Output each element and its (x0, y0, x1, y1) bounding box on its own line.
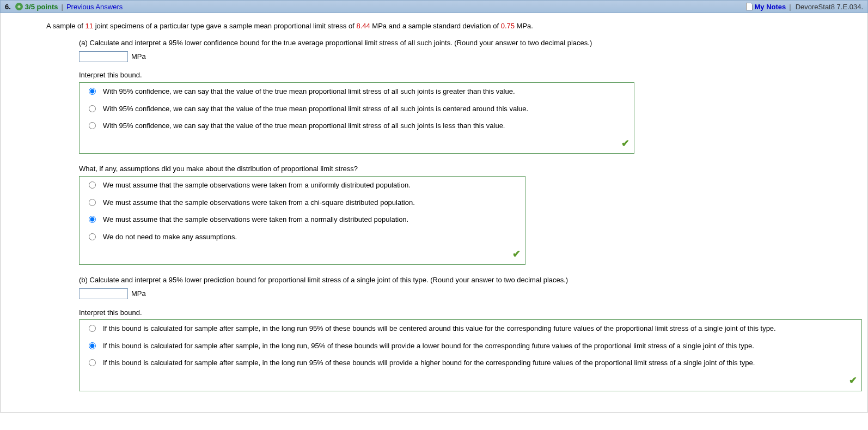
choice-row[interactable]: We must assume that the sample observati… (80, 211, 525, 228)
radio-option[interactable] (89, 88, 96, 95)
choice-text: With 95% confidence, we can say that the… (103, 104, 627, 114)
my-notes-link[interactable]: My Notes (755, 3, 786, 11)
stem-text: MPa and a sample standard deviation of (370, 22, 501, 30)
checkmark-icon: ✔ (849, 375, 857, 386)
radio-option[interactable] (89, 216, 96, 223)
question-stem: A sample of 11 joint specimens of a part… (46, 21, 862, 32)
checkmark-icon: ✔ (512, 249, 521, 259)
radio-option[interactable] (89, 181, 96, 189)
radio-option[interactable] (89, 342, 96, 349)
part-b-interpret-box: If this bound is calculated for sample a… (79, 319, 862, 391)
choice-text: If this bound is calculated for sample a… (103, 323, 855, 334)
radio-option[interactable] (89, 199, 96, 206)
points-label: 3/5 points (25, 3, 58, 11)
radio-option[interactable] (89, 359, 96, 366)
part-b: (b) Calculate and interpret a 95% lower … (79, 275, 862, 391)
checkmark-icon: ✔ (621, 138, 629, 149)
choice-text: With 95% confidence, we can say that the… (103, 86, 627, 97)
stem-text: joint specimens of a particular type gav… (93, 22, 356, 30)
choice-row[interactable]: With 95% confidence, we can say that the… (80, 83, 634, 100)
unit-label: MPa (131, 51, 146, 63)
stem-text: A sample of (46, 22, 85, 30)
interpret-label: Interpret this bound. (79, 307, 862, 319)
choice-text: We must assume that the sample observati… (103, 197, 518, 208)
plus-icon: + (15, 3, 23, 10)
note-icon (746, 3, 753, 10)
choice-text: We do not need to make any assumptions. (103, 232, 518, 243)
separator: | (62, 3, 63, 11)
choice-row[interactable]: If this bound is calculated for sample a… (80, 354, 861, 372)
choice-row[interactable]: We must assume that the sample observati… (80, 177, 525, 194)
radio-option[interactable] (89, 105, 96, 112)
assumption-label: What, if any, assumptions did you make a… (79, 163, 862, 175)
source-reference: DevoreStat8 7.E.034. (796, 3, 863, 11)
sample-mean: 8.44 (356, 22, 370, 30)
choice-text: We must assume that the sample observati… (103, 180, 518, 191)
unit-label: MPa (131, 288, 146, 300)
choice-text: If this bound is calculated for sample a… (103, 358, 855, 368)
radio-option[interactable] (89, 325, 96, 332)
choice-row[interactable]: With 95% confidence, we can say that the… (80, 100, 634, 118)
choice-row[interactable]: If this bound is calculated for sample a… (80, 320, 861, 337)
part-a-interpret-box: With 95% confidence, we can say that the… (79, 82, 634, 154)
sample-sd: 0.75 (501, 22, 515, 30)
radio-option[interactable] (89, 233, 96, 240)
stem-text: MPa. (515, 22, 533, 30)
question-number: 6. (5, 3, 11, 11)
part-b-prompt: (b) Calculate and interpret a 95% lower … (79, 275, 862, 286)
choice-text: If this bound is calculated for sample a… (103, 341, 855, 352)
sample-size: 11 (85, 22, 93, 30)
interpret-label: Interpret this bound. (79, 70, 862, 81)
part-b-answer-input[interactable] (79, 288, 128, 299)
choice-row[interactable]: With 95% confidence, we can say that the… (80, 117, 634, 135)
question-header: 6. + 3/5 points | Previous Answers My No… (0, 0, 868, 13)
choice-row[interactable]: We do not need to make any assumptions. (80, 228, 525, 246)
previous-answers-link[interactable]: Previous Answers (66, 3, 123, 11)
part-a: (a) Calculate and interpret a 95% lower … (79, 38, 862, 265)
radio-option[interactable] (89, 122, 96, 129)
choice-row[interactable]: If this bound is calculated for sample a… (80, 337, 861, 355)
separator: | (789, 3, 791, 11)
part-a-answer-input[interactable] (79, 51, 128, 62)
choice-row[interactable]: We must assume that the sample observati… (80, 194, 525, 211)
choice-text: We must assume that the sample observati… (103, 214, 518, 225)
part-a-assumption-box: We must assume that the sample observati… (79, 176, 525, 265)
choice-text: With 95% confidence, we can say that the… (103, 120, 627, 131)
question-content: A sample of 11 joint specimens of a part… (0, 13, 868, 413)
part-a-prompt: (a) Calculate and interpret a 95% lower … (79, 38, 862, 49)
